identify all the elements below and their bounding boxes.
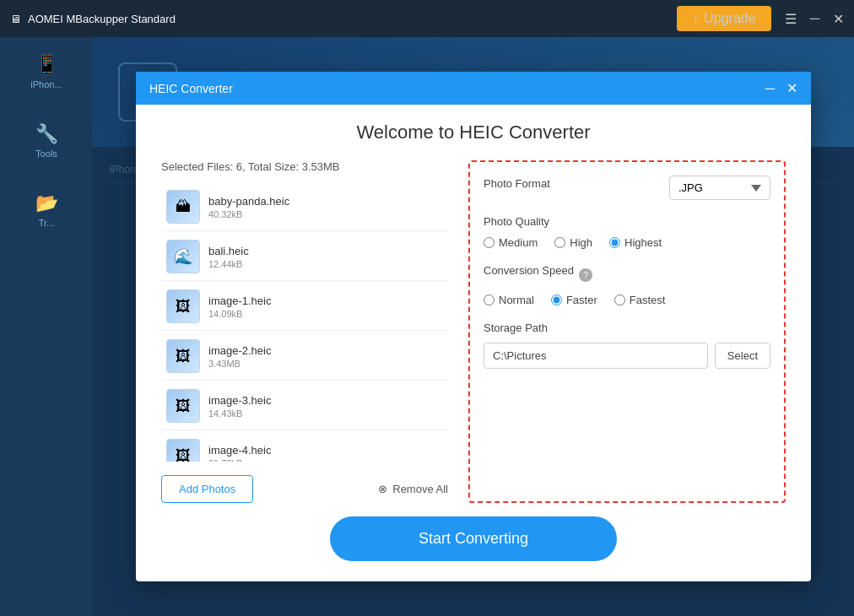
conversion-speed-row: Conversion Speed ? Normal [484, 264, 770, 306]
speed-label-row: Conversion Speed ? [484, 264, 770, 285]
photo-format-row: Photo Format .JPG .PNG [484, 176, 770, 200]
file-size: 14.09kB [208, 309, 443, 319]
file-name: baby-panda.heic [208, 195, 443, 208]
photo-format-select[interactable]: .JPG .PNG [669, 176, 770, 200]
photo-quality-row: Photo Quality Medium High [484, 215, 770, 249]
speed-normal-label: Normal [499, 294, 534, 306]
list-item: 🖼 image-2.heic 3.43MB [161, 332, 448, 381]
app-title: AOMEI MBackupper Standard [28, 13, 176, 25]
quality-medium-option[interactable]: Medium [484, 236, 538, 249]
photo-quality-label: Photo Quality [484, 215, 770, 228]
heic-converter-dialog: HEIC Converter ─ ✕ Welcome to HEIC Conve… [136, 72, 811, 581]
upgrade-button[interactable]: ↑ Upgrade [677, 6, 770, 31]
speed-normal-option[interactable]: Normal [484, 294, 534, 306]
file-thumbnail: 🖼 [166, 339, 200, 373]
dialog-close-icon[interactable]: ✕ [786, 80, 797, 96]
settings-section: Photo Format .JPG .PNG Photo Quality [468, 160, 786, 503]
remove-all-button[interactable]: ⊗ Remove All [378, 483, 448, 495]
file-thumbnail: 🌊 [166, 240, 200, 273]
file-info: image-2.heic 3.43MB [208, 344, 443, 369]
quality-high-option[interactable]: High [554, 236, 592, 249]
file-info: image-3.heic 14.43kB [208, 394, 443, 419]
sidebar-item-tr-label: Tr... [39, 218, 55, 228]
quality-high-radio[interactable] [554, 237, 565, 248]
dialog-minimize-icon[interactable]: ─ [765, 81, 775, 96]
dialog-title: HEIC Converter [149, 82, 233, 95]
quality-highest-radio[interactable] [609, 237, 620, 248]
file-thumbnail: 🖼 [166, 289, 200, 323]
storage-path-input[interactable] [484, 343, 708, 369]
sidebar-item-tools-label: Tools [35, 149, 57, 159]
sidebar: 📱 iPhon... 🔧 Tools 📂 Tr... [0, 37, 93, 616]
file-thumbnail: 🖼 [166, 389, 200, 423]
list-item: 🏔 baby-panda.heic 40.32kB [161, 183, 448, 231]
remove-all-label: Remove All [392, 483, 448, 495]
quality-medium-label: Medium [499, 236, 538, 249]
storage-path-row: Storage Path Select [484, 322, 770, 369]
quality-highest-option[interactable]: Highest [609, 236, 662, 249]
file-section: Selected Files: 6, Total Size: 3.53MB 🏔 … [161, 160, 448, 503]
file-name: bali.heic [208, 245, 443, 257]
app-icon: 🖥 [10, 13, 21, 25]
file-info: bali.heic 12.44kB [208, 245, 443, 269]
sidebar-item-tools[interactable]: 🔧 Tools [35, 123, 58, 159]
close-icon[interactable]: ✕ [833, 11, 844, 27]
speed-normal-radio[interactable] [484, 294, 495, 305]
dialog-body: Welcome to HEIC Converter Selected Files… [136, 105, 811, 581]
transfer-icon: 📂 [35, 192, 58, 214]
add-photos-button[interactable]: Add Photos [161, 475, 253, 503]
list-item: 🌊 bali.heic 12.44kB [161, 233, 448, 281]
title-bar-controls: ↑ Upgrade ☰ ─ ✕ [677, 6, 844, 31]
menu-icon[interactable]: ☰ [785, 11, 797, 27]
file-name: image-2.heic [208, 344, 443, 357]
speed-fastest-label: Fastest [630, 294, 666, 306]
dialog-heading: Welcome to HEIC Converter [161, 122, 786, 143]
speed-fastest-option[interactable]: Fastest [614, 294, 666, 306]
app-body: 📱 iPhon... 🔧 Tools 📂 Tr... 📱 Welcome to … [0, 37, 854, 616]
dialog-titlebar: HEIC Converter ─ ✕ [136, 72, 811, 105]
speed-faster-radio[interactable] [551, 294, 562, 305]
quality-medium-radio[interactable] [484, 237, 495, 248]
conversion-speed-label: Conversion Speed [484, 264, 574, 277]
file-info: image-1.heic 14.09kB [208, 294, 443, 319]
file-size: 21.72kB [208, 458, 443, 462]
file-size: 3.43MB [208, 359, 443, 369]
speed-faster-label: Faster [566, 294, 597, 306]
file-size: 40.32kB [208, 209, 443, 219]
file-name: image-4.heic [208, 444, 443, 457]
sidebar-item-tr[interactable]: 📂 Tr... [35, 192, 58, 228]
file-info: baby-panda.heic 40.32kB [208, 195, 443, 219]
speed-faster-option[interactable]: Faster [551, 294, 597, 306]
sidebar-item-iphone[interactable]: 📱 iPhon... [30, 54, 62, 89]
start-converting-button[interactable]: Start Converting [330, 516, 617, 561]
file-thumbnail: 🖼 [166, 439, 200, 462]
file-size: 14.43kB [208, 408, 443, 419]
upgrade-icon: ↑ [692, 11, 699, 26]
title-bar: 🖥 AOMEI MBackupper Standard ↑ Upgrade ☰ … [0, 0, 854, 37]
quality-highest-label: Highest [624, 236, 662, 249]
photo-format-label: Photo Format [484, 177, 550, 190]
file-actions: Add Photos ⊗ Remove All [161, 475, 448, 503]
speed-radio-group: Normal Faster Fastest [484, 294, 770, 306]
help-icon[interactable]: ? [579, 268, 592, 282]
title-bar-left: 🖥 AOMEI MBackupper Standard [10, 13, 176, 25]
iphone-icon: 📱 [30, 54, 62, 76]
file-info: image-4.heic 21.72kB [208, 444, 443, 462]
speed-fastest-radio[interactable] [614, 294, 625, 305]
quality-radio-group: Medium High Highest [484, 236, 770, 249]
file-thumbnail: 🏔 [166, 190, 200, 224]
dialog-overlay: HEIC Converter ─ ✕ Welcome to HEIC Conve… [93, 37, 854, 616]
list-item: 🖼 image-1.heic 14.09kB [161, 283, 448, 331]
upgrade-label: Upgrade [704, 11, 755, 26]
file-size: 12.44kB [208, 259, 443, 269]
list-item: 🖼 image-3.heic 14.43kB [161, 382, 448, 430]
minimize-icon[interactable]: ─ [810, 11, 819, 26]
quality-high-label: High [570, 236, 592, 249]
file-summary: Selected Files: 6, Total Size: 3.53MB [161, 160, 448, 173]
format-row: Photo Format .JPG .PNG [484, 176, 770, 200]
dialog-content: Selected Files: 6, Total Size: 3.53MB 🏔 … [161, 160, 786, 503]
storage-path-input-row: Select [484, 343, 770, 369]
remove-all-icon: ⊗ [378, 483, 387, 495]
file-name: image-3.heic [208, 394, 443, 407]
select-path-button[interactable]: Select [715, 343, 770, 369]
